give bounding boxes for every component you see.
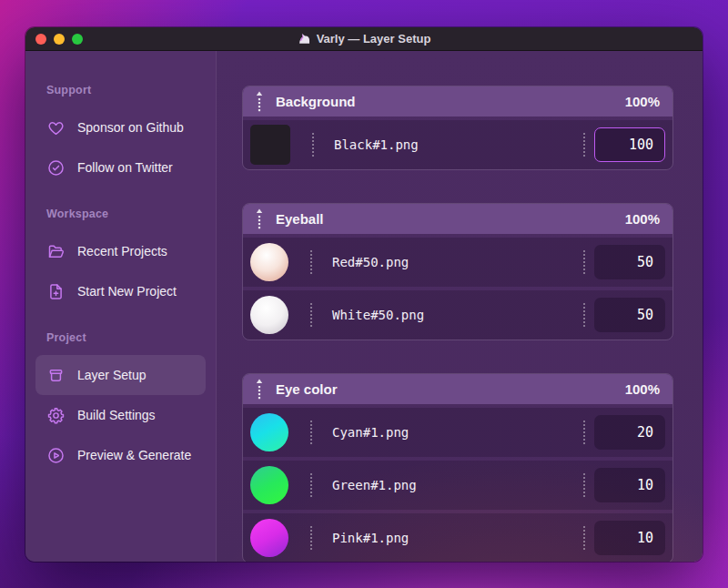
titlebar[interactable]: Varly — Layer Setup [25, 27, 703, 51]
zoom-button[interactable] [72, 34, 83, 45]
play-circle-icon [46, 446, 66, 465]
layer-row: Pink#1.png [243, 513, 672, 562]
app-window: Varly — Layer Setup SupportSponsor on Gi… [25, 27, 703, 562]
black-square-thumbnail [250, 125, 290, 165]
group-opacity: 100% [625, 94, 660, 109]
unicorn-icon [298, 32, 311, 46]
group-name: Background [276, 94, 356, 109]
layer-group-eye-color: Eye color100%Cyan#1.pngGreen#1.pngPink#1… [242, 373, 673, 562]
group-opacity: 100% [625, 211, 660, 227]
layer-filename: Green#1.png [332, 478, 417, 492]
group-opacity: 100% [625, 381, 660, 397]
group-name: Eye color [276, 381, 338, 397]
layer-filename: Black#1.png [334, 137, 419, 152]
layer-weight-input[interactable] [594, 415, 665, 450]
gear-icon [46, 406, 66, 425]
sidebar-section-label-support: Support [46, 84, 195, 96]
heart-icon [46, 118, 66, 137]
layer-row: Green#1.png [243, 461, 672, 510]
layer-row: White#50.png [243, 290, 672, 340]
sidebar-item-sponsor-on-github[interactable]: Sponsor on Github [35, 107, 206, 147]
layer-weight-input[interactable] [594, 127, 665, 162]
dotted-divider [310, 303, 312, 327]
layer-row: Cyan#1.png [243, 408, 672, 457]
dotted-divider [310, 526, 312, 550]
dotted-divider [583, 133, 585, 157]
archive-box-icon [46, 366, 66, 385]
sidebar-item-label: Layer Setup [77, 368, 147, 382]
desktop-wallpaper: Varly — Layer Setup SupportSponsor on Gi… [0, 0, 728, 588]
close-button[interactable] [35, 34, 46, 45]
layer-group-header[interactable]: Eye color100% [243, 374, 672, 404]
dotted-divider [583, 303, 585, 327]
green-circle-thumbnail [250, 466, 288, 504]
sidebar-item-label: Follow on Twitter [77, 160, 173, 175]
pink-circle-thumbnail [250, 519, 288, 557]
layer-weight-input[interactable] [594, 521, 665, 555]
layer-filename: Red#50.png [332, 255, 409, 269]
window-title-text: Varly — Layer Setup [317, 32, 431, 46]
window-body: SupportSponsor on GithubFollow on Twitte… [25, 51, 703, 562]
sidebar-item-layer-setup[interactable]: Layer Setup [35, 355, 206, 395]
red-sphere-thumbnail [250, 243, 288, 281]
verified-check-icon [46, 158, 66, 177]
layer-group-header[interactable]: Background100% [243, 86, 672, 117]
layer-weight-input[interactable] [594, 468, 665, 502]
file-plus-icon [46, 282, 66, 301]
dotted-divider [310, 473, 312, 497]
sidebar-item-label: Recent Projects [77, 244, 167, 259]
drag-handle-icon[interactable] [256, 208, 263, 229]
dotted-divider [583, 473, 585, 497]
layer-row: Black#1.png [243, 120, 672, 169]
layer-filename: White#50.png [332, 308, 424, 322]
sidebar-item-follow-on-twitter[interactable]: Follow on Twitter [35, 147, 206, 188]
drag-handle-icon[interactable] [256, 379, 263, 400]
layer-group-header[interactable]: Eyeball100% [243, 204, 672, 234]
sidebar-item-label: Preview & Generate [77, 448, 191, 462]
group-name: Eyeball [276, 211, 324, 227]
sidebar-item-label: Sponsor on Github [77, 120, 184, 135]
layer-row: Red#50.png [243, 238, 672, 287]
traffic-lights [35, 27, 83, 50]
folder-open-icon [46, 242, 66, 261]
dotted-divider [583, 526, 585, 550]
window-title: Varly — Layer Setup [298, 32, 431, 46]
dotted-divider [583, 421, 585, 444]
sidebar-section-label-project: Project [46, 331, 195, 344]
minimize-button[interactable] [54, 34, 65, 45]
sidebar-item-build-settings[interactable]: Build Settings [35, 395, 206, 435]
sidebar: SupportSponsor on GithubFollow on Twitte… [25, 51, 217, 562]
layer-group-background: Background100%Black#1.png [242, 86, 673, 170]
sidebar-item-label: Start New Project [77, 284, 177, 299]
dotted-divider [310, 250, 312, 274]
layer-setup-panel: Background100%Black#1.pngEyeball100%Red#… [217, 51, 703, 562]
dotted-divider [583, 250, 585, 274]
layer-filename: Cyan#1.png [332, 425, 409, 440]
layer-weight-input[interactable] [594, 245, 665, 279]
layer-weight-input[interactable] [594, 298, 665, 332]
sidebar-item-preview-generate[interactable]: Preview & Generate [35, 435, 206, 475]
sidebar-item-start-new-project[interactable]: Start New Project [35, 271, 206, 311]
white-sphere-thumbnail [250, 296, 288, 334]
drag-handle-icon[interactable] [256, 91, 263, 112]
layer-group-eyeball: Eyeball100%Red#50.pngWhite#50.png [242, 203, 673, 340]
dotted-divider [312, 133, 314, 157]
layer-filename: Pink#1.png [332, 531, 409, 545]
dotted-divider [310, 421, 312, 444]
sidebar-section-label-workspace: Workspace [46, 208, 195, 220]
sidebar-item-label: Build Settings [77, 408, 156, 422]
sidebar-item-recent-projects[interactable]: Recent Projects [35, 231, 206, 271]
cyan-circle-thumbnail [250, 413, 288, 451]
